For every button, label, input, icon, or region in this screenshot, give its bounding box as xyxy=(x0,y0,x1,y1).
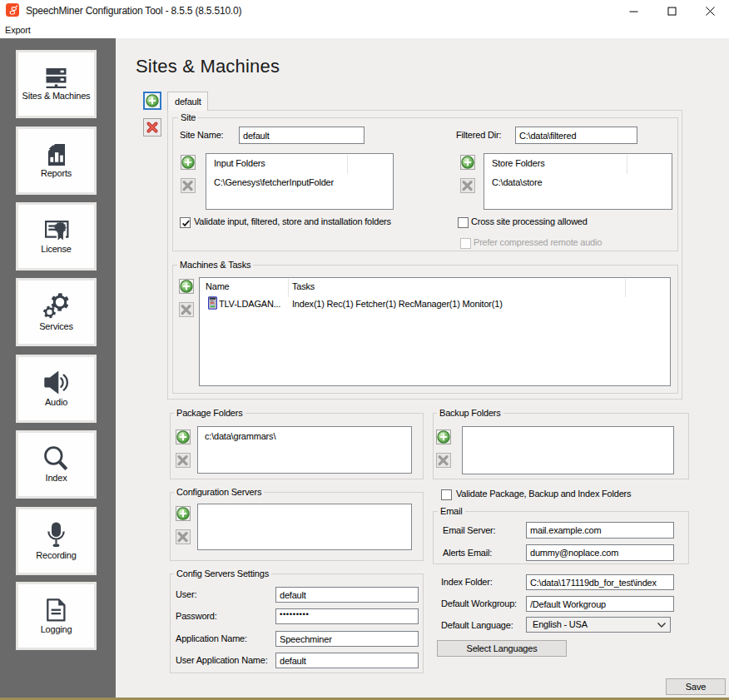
filtered-dir-label: Filtered Dir: xyxy=(456,130,501,140)
input-folder-row[interactable]: C:\Genesys\fetcherInputFolder xyxy=(214,177,334,187)
column-divider[interactable] xyxy=(625,279,626,297)
config-settings-label: Config Servers Settings xyxy=(174,568,271,580)
validate-pbi-label[interactable]: Validate Package, Backup and Index Folde… xyxy=(456,489,631,499)
store-folders-header[interactable]: Store Folders xyxy=(492,158,544,168)
sidebar-item-label: License xyxy=(41,244,72,254)
add-icon xyxy=(181,156,195,169)
add-site-tab-button[interactable] xyxy=(143,92,161,110)
sidebar-item-index[interactable]: Index xyxy=(16,430,97,499)
certificate-icon xyxy=(44,219,69,241)
alerts-email-input[interactable] xyxy=(526,544,674,561)
add-store-folder-button[interactable] xyxy=(460,155,475,170)
validate-site-folders-label[interactable]: Validate input, filtered, store and inst… xyxy=(194,216,391,226)
remove-backup-folder-button[interactable] xyxy=(436,453,451,468)
maximize-button[interactable] xyxy=(652,0,691,22)
config-servers-list[interactable] xyxy=(197,504,412,550)
remove-machine-button[interactable] xyxy=(179,302,194,317)
servers-icon xyxy=(46,68,67,88)
password-mask: ••••••••• xyxy=(280,609,309,618)
close-button[interactable] xyxy=(691,0,729,22)
add-icon xyxy=(176,430,190,444)
sidebar-item-label: Logging xyxy=(41,624,72,634)
add-backup-folder-button[interactable] xyxy=(436,429,451,444)
email-group-label: Email xyxy=(438,505,465,518)
machines-column-name[interactable]: Name xyxy=(206,281,230,291)
sidebar-item-services[interactable]: Services xyxy=(16,278,97,346)
column-divider[interactable] xyxy=(627,155,627,174)
machine-tasks[interactable]: Index(1) Rec(1) Fetcher(1) RecManager(1)… xyxy=(292,299,503,309)
remove-store-folder-button[interactable] xyxy=(460,178,475,193)
validate-pbi-checkbox[interactable] xyxy=(441,489,452,500)
package-folders-label: Package Folders xyxy=(174,407,245,420)
add-input-folder-button[interactable] xyxy=(181,155,196,170)
remove-input-folder-button[interactable] xyxy=(181,178,196,193)
sidebar-item-license[interactable]: License xyxy=(16,202,97,271)
chevron-down-icon xyxy=(657,623,666,628)
menu-item-export[interactable]: Export xyxy=(3,22,32,38)
email-server-input[interactable] xyxy=(526,522,674,539)
report-chart-icon xyxy=(48,144,65,166)
index-folder-input[interactable] xyxy=(526,574,674,590)
document-icon xyxy=(47,598,66,622)
prefer-compressed-label: Prefer compressed remote audio xyxy=(474,237,602,247)
save-button[interactable]: Save xyxy=(666,678,726,695)
sidebar-item-reports[interactable]: Reports xyxy=(16,127,97,195)
user-input[interactable] xyxy=(275,587,419,603)
add-config-server-button[interactable] xyxy=(176,506,191,521)
machines-column-tasks[interactable]: Tasks xyxy=(292,281,315,291)
package-folders-list[interactable]: c:\data\grammars\ xyxy=(197,426,412,474)
store-folder-row[interactable]: C:\data\store xyxy=(492,177,542,187)
alerts-email-label: Alerts Email: xyxy=(443,548,492,558)
remove-package-folder-button[interactable] xyxy=(176,453,191,468)
cross-site-label[interactable]: Cross site processing allowed xyxy=(471,216,588,226)
sidebar-item-recording[interactable]: Recording xyxy=(16,507,97,575)
column-divider[interactable] xyxy=(347,155,348,174)
sidebar-item-label: Audio xyxy=(45,397,67,407)
application-name-input[interactable] xyxy=(275,631,419,647)
user-application-name-input[interactable] xyxy=(275,653,419,668)
minimize-button[interactable] xyxy=(614,0,652,22)
machines-list[interactable]: Name Tasks TLV-LDAGAN... Index(1) Rec(1)… xyxy=(199,277,671,386)
password-input[interactable]: ••••••••• xyxy=(275,608,419,624)
sidebar-item-logging[interactable]: Logging xyxy=(16,582,97,650)
sidebar-item-label: Sites & Machines xyxy=(22,91,91,101)
sidebar-item-sites-machines[interactable]: Sites & Machines xyxy=(16,50,97,118)
remove-config-server-button[interactable] xyxy=(176,529,191,544)
gears-icon xyxy=(43,293,69,319)
delete-icon xyxy=(146,122,158,133)
default-language-label: Default Language: xyxy=(441,620,513,630)
store-folders-list[interactable]: Store Folders C:\data\store xyxy=(484,153,672,210)
backup-folders-list[interactable] xyxy=(462,426,674,474)
delete-disabled-icon xyxy=(182,180,195,192)
input-folders-header[interactable]: Input Folders xyxy=(214,158,265,168)
tab-default[interactable]: default xyxy=(167,92,208,111)
filtered-dir-input[interactable] xyxy=(515,127,637,144)
add-package-folder-button[interactable] xyxy=(176,429,191,444)
column-divider[interactable] xyxy=(288,279,289,297)
sidebar: Sites & Machines Reports License xyxy=(0,38,116,698)
add-icon xyxy=(461,156,474,169)
add-icon xyxy=(176,507,190,520)
password-label: Password: xyxy=(176,611,217,621)
sidebar-item-label: Recording xyxy=(36,550,76,560)
index-folder-label: Index Folder: xyxy=(441,577,493,587)
validate-site-folders-checkbox[interactable] xyxy=(180,217,191,228)
package-folder-row[interactable]: c:\data\grammars\ xyxy=(205,431,275,441)
check-icon xyxy=(181,218,191,229)
minimize-icon xyxy=(629,7,638,16)
remove-site-tab-button[interactable] xyxy=(143,118,161,137)
delete-disabled-icon xyxy=(177,531,190,544)
sidebar-item-audio[interactable]: Audio xyxy=(16,355,97,423)
machine-name[interactable]: TLV-LDAGAN... xyxy=(219,299,280,309)
select-languages-button[interactable]: Select Languages xyxy=(437,640,567,657)
delete-disabled-icon xyxy=(177,454,190,467)
sidebar-item-label: Reports xyxy=(41,168,72,178)
site-name-input[interactable] xyxy=(239,127,364,144)
speaker-icon xyxy=(44,370,68,395)
add-machine-button[interactable] xyxy=(179,279,194,294)
default-language-select[interactable]: English - USA xyxy=(526,617,671,633)
cross-site-checkbox[interactable] xyxy=(458,217,469,228)
email-server-label: Email Server: xyxy=(443,525,495,535)
input-folders-list[interactable]: Input Folders C:\Genesys\fetcherInputFol… xyxy=(206,153,394,210)
default-workgroup-input[interactable] xyxy=(526,596,674,612)
